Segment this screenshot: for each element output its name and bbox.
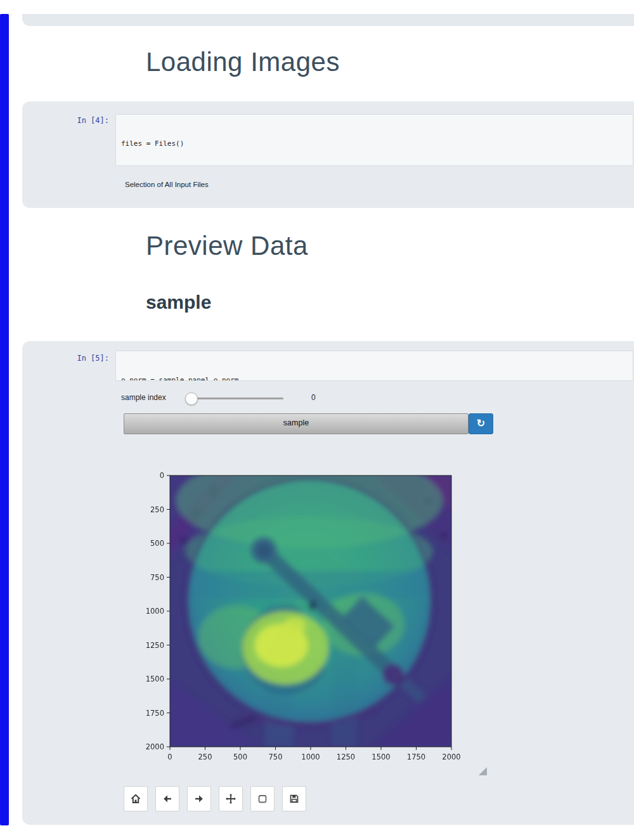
svg-text:2000: 2000 (442, 753, 460, 761)
cell5-prompt: In [5]: (48, 354, 109, 363)
x-tick-labels: 0 250 500 750 1000 1250 1500 1750 2000 (167, 753, 460, 761)
code-line: o_norm = sample_panel.o_norm (121, 375, 628, 381)
svg-text:1500: 1500 (372, 753, 390, 761)
svg-text:1250: 1250 (146, 641, 164, 650)
sample-index-slider-label: sample index (121, 393, 166, 402)
previous-cell-bottom (22, 14, 634, 26)
sample-index-slider-value: 0 (311, 393, 316, 402)
heading-sample: sample (146, 292, 211, 313)
svg-text:1500: 1500 (146, 675, 164, 683)
cell4-code-input[interactable]: files = Files() sample_panel = SampleSel… (115, 114, 633, 166)
pan-icon (225, 793, 236, 804)
y-tick-labels: 0 250 500 750 1000 1250 1500 1750 2000 (146, 471, 164, 751)
notebook-page: Loading Images In [4]: files = Files() s… (0, 0, 634, 840)
forward-button[interactable] (187, 786, 211, 811)
sample-index-slider-handle[interactable] (185, 392, 198, 405)
x-tick-marks (170, 747, 451, 750)
forward-arrow-icon (193, 793, 205, 804)
sample-toggle-button[interactable]: sample (124, 413, 469, 434)
cell4-prompt: In [4]: (48, 116, 109, 125)
back-button[interactable] (155, 786, 179, 811)
figure-resize-handle[interactable] (479, 767, 487, 775)
zoom-rect-button[interactable] (250, 786, 275, 811)
heading-preview-data: Preview Data (146, 231, 308, 261)
figure-canvas[interactable]: 0 250 500 750 1000 1250 1500 1750 2000 0 (143, 467, 498, 770)
cell4-output-label: Selection of All Input Files (125, 181, 209, 188)
svg-text:1000: 1000 (301, 753, 320, 761)
svg-text:1250: 1250 (337, 753, 355, 761)
svg-text:750: 750 (269, 753, 283, 761)
save-icon (288, 793, 300, 804)
svg-text:250: 250 (150, 505, 164, 514)
home-icon (130, 793, 141, 804)
save-button[interactable] (282, 786, 306, 811)
zoom-rect-icon (257, 793, 268, 804)
cell5-code-input[interactable]: o_norm = sample_panel.o_norm o_norm.plot… (115, 351, 633, 381)
sample-image-plot[interactable]: 0 250 500 750 1000 1250 1500 1750 2000 0 (143, 467, 498, 770)
svg-text:1750: 1750 (146, 709, 164, 718)
active-cell-indicator (0, 14, 9, 825)
refresh-button[interactable]: ↻ (469, 413, 493, 434)
refresh-icon: ↻ (477, 418, 485, 429)
code-cell-4[interactable]: In [4]: files = Files() sample_panel = S… (22, 101, 634, 208)
radiograph-image (164, 467, 451, 747)
svg-text:750: 750 (150, 573, 164, 582)
svg-text:0: 0 (160, 471, 164, 480)
svg-text:1000: 1000 (146, 607, 164, 616)
heading-loading-images: Loading Images (146, 47, 340, 77)
svg-text:0: 0 (167, 753, 172, 761)
svg-text:500: 500 (150, 539, 164, 548)
y-tick-marks (167, 475, 170, 747)
svg-text:2000: 2000 (146, 742, 164, 751)
svg-text:250: 250 (198, 753, 212, 761)
code-line: files = Files() (121, 139, 628, 150)
home-button[interactable] (124, 786, 148, 811)
svg-text:1750: 1750 (407, 753, 425, 761)
svg-text:500: 500 (233, 753, 247, 761)
mpl-toolbar (124, 786, 306, 811)
sample-index-slider-track[interactable] (191, 397, 283, 399)
back-arrow-icon (162, 793, 173, 804)
pan-button[interactable] (219, 786, 243, 811)
